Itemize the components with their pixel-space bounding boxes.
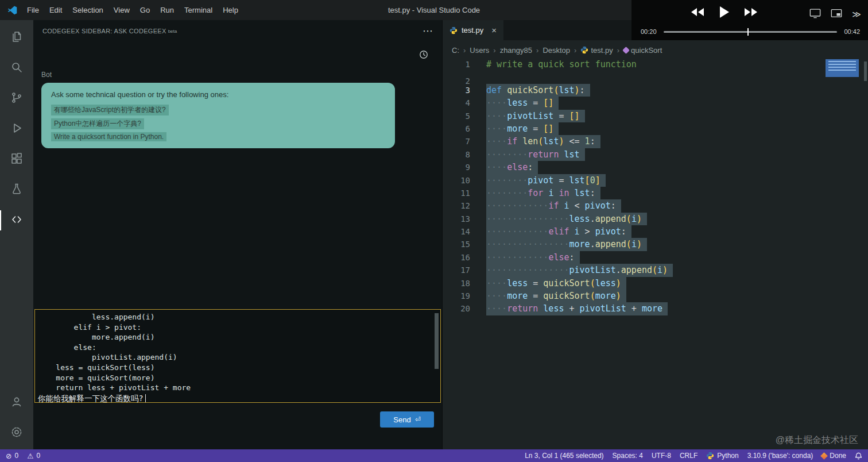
more-actions-icon[interactable]: ⋯ xyxy=(423,28,433,34)
line-number: 12 xyxy=(443,199,470,212)
code-line[interactable]: 12············if i < pivot: xyxy=(443,199,868,212)
editor-scrollbar[interactable] xyxy=(864,61,867,81)
activity-explorer[interactable] xyxy=(0,22,33,53)
code-line[interactable]: 6····more = [] xyxy=(443,122,868,135)
code-line[interactable]: 16············else: xyxy=(443,251,868,264)
activity-bar xyxy=(0,20,33,449)
activity-testing[interactable] xyxy=(0,175,33,205)
prompt-code-line: pivotList.append(i) xyxy=(38,352,437,363)
line-number: 20 xyxy=(443,302,470,315)
breadcrumb-separator-icon: › xyxy=(617,46,619,55)
code-line-text: ····if len(lst) <= 1: xyxy=(486,135,600,148)
video-seekbar[interactable] xyxy=(664,31,838,33)
status-cursor-position[interactable]: Ln 3, Col 1 (465 selected) xyxy=(525,452,603,460)
search-icon xyxy=(10,60,24,76)
fast-forward-icon[interactable] xyxy=(744,7,758,17)
breadcrumb-item[interactable]: Desktop xyxy=(542,46,570,55)
breadcrumb-item[interactable]: test.py xyxy=(580,46,613,55)
code-line-text: ············if i < pivot: xyxy=(486,199,621,212)
menu-view[interactable]: View xyxy=(108,0,135,20)
status-text: UTF-8 xyxy=(652,452,671,460)
line-number: 17 xyxy=(443,264,470,276)
rewind-icon[interactable] xyxy=(691,7,704,17)
code-line[interactable]: 13················less.append(i) xyxy=(443,213,868,225)
git-branch-icon xyxy=(10,91,24,107)
code-line[interactable]: 1# write a quick sort function xyxy=(443,58,868,71)
status-text: 0 xyxy=(14,452,18,460)
bell-icon xyxy=(855,452,862,460)
activity-run-and-debug[interactable] xyxy=(0,114,33,144)
breadcrumb-label: quickSort xyxy=(631,46,662,55)
status-eol[interactable]: CRLF xyxy=(680,452,698,460)
video-playhead[interactable] xyxy=(747,28,749,36)
status-text: Ln 3, Col 1 (465 selected) xyxy=(525,452,603,460)
code-line[interactable]: 4····less = [] xyxy=(443,97,868,109)
status-warnings[interactable]: ⚠0 xyxy=(27,452,40,460)
prompt-input[interactable]: less.append(i) elif i > pivot: more.appe… xyxy=(34,309,441,403)
send-button[interactable]: Send ⏎ xyxy=(380,411,434,428)
suggestion-chip-3[interactable]: Write a quicksort function in Python. xyxy=(51,132,166,141)
menu-selection[interactable]: Selection xyxy=(67,0,108,20)
breadcrumb-item[interactable]: zhangy85 xyxy=(500,46,532,55)
line-number: 18 xyxy=(443,277,470,290)
double-chevron-right-icon[interactable]: ≫ xyxy=(852,9,861,20)
code-line[interactable]: 17················pivotList.append(i) xyxy=(443,264,868,276)
menu-help[interactable]: Help xyxy=(218,0,243,20)
code-line[interactable]: 5····pivotList = [] xyxy=(443,110,868,122)
status-encoding[interactable]: UTF-8 xyxy=(652,452,671,460)
code-line[interactable]: 2 xyxy=(443,71,868,83)
menu-run[interactable]: Run xyxy=(155,0,179,20)
code-line[interactable]: 18····less = quickSort(less) xyxy=(443,277,868,290)
code-editor[interactable]: 1# write a quick sort function23def quic… xyxy=(443,58,868,315)
activity-source-control[interactable] xyxy=(0,83,33,114)
code-line[interactable]: 11········for i in lst: xyxy=(443,187,868,199)
video-elapsed-time: 00:20 xyxy=(641,28,657,35)
tab-label: test.py xyxy=(462,26,483,34)
code-line[interactable]: 20····return less + pivotList + more xyxy=(443,302,868,315)
menu-edit[interactable]: Edit xyxy=(44,0,67,20)
line-number: 3 xyxy=(443,84,470,97)
code-line[interactable]: 15················more.append(i) xyxy=(443,238,868,251)
menu-terminal[interactable]: Terminal xyxy=(179,0,218,20)
python-file-icon xyxy=(450,26,458,34)
breadcrumb-item[interactable]: Users xyxy=(470,46,489,55)
activity-search[interactable] xyxy=(0,53,33,83)
activity-settings[interactable] xyxy=(0,418,33,448)
status-codegeex-done[interactable]: Done xyxy=(822,452,846,460)
breadcrumb-item[interactable]: quickSort xyxy=(623,46,662,55)
line-number: 15 xyxy=(443,238,470,251)
activity-extensions[interactable] xyxy=(0,144,33,175)
display-icon[interactable] xyxy=(809,7,821,21)
history-clock-icon[interactable] xyxy=(419,50,428,59)
status-notifications[interactable] xyxy=(855,452,862,460)
code-line[interactable]: 14············elif i > pivot: xyxy=(443,225,868,238)
status-language-python[interactable]: Python xyxy=(706,452,738,460)
suggestion-chip-1[interactable]: 有哪些给JavaScript的初学者的建议? xyxy=(51,105,169,116)
menu-go[interactable]: Go xyxy=(135,0,155,20)
code-line-text: ····less = quickSort(less) xyxy=(486,277,626,290)
minimap[interactable] xyxy=(826,59,859,122)
picture-in-picture-icon[interactable] xyxy=(831,7,842,21)
code-line[interactable]: 19····more = quickSort(more) xyxy=(443,290,868,302)
code-line[interactable]: 10········pivot = lst[0] xyxy=(443,174,868,187)
workbench: CODEGEEX SIDEBAR: ASK CODEGEEX beta ⋯ Bo… xyxy=(0,20,868,449)
code-line[interactable]: 3def quickSort(lst): xyxy=(443,84,868,97)
breadcrumb-item[interactable]: C: xyxy=(452,46,459,55)
status-python-interpreter[interactable]: 3.10.9 ('base': conda) xyxy=(747,452,813,460)
bot-label: Bot xyxy=(41,71,52,79)
activity-codegeex[interactable] xyxy=(0,205,33,236)
python-logo-icon xyxy=(706,452,714,460)
menu-file[interactable]: File xyxy=(22,0,44,20)
suggestion-chip-2[interactable]: Python中怎样遍历一个字典? xyxy=(51,118,144,129)
video-player-overlay: ≫ 00:20 00:42 xyxy=(631,0,868,40)
activity-accounts[interactable] xyxy=(0,387,33,418)
status-indentation[interactable]: Spaces: 4 xyxy=(613,452,643,460)
status-errors[interactable]: ⊘0 xyxy=(6,452,18,460)
code-line[interactable]: 8········return lst xyxy=(443,148,868,161)
prompt-scrollbar[interactable] xyxy=(435,313,439,369)
code-line[interactable]: 7····if len(lst) <= 1: xyxy=(443,135,868,148)
close-icon[interactable]: × xyxy=(491,25,497,35)
tab-test-py[interactable]: test.py × xyxy=(443,20,503,40)
play-icon[interactable] xyxy=(719,6,729,18)
code-line[interactable]: 9····else: xyxy=(443,161,868,174)
